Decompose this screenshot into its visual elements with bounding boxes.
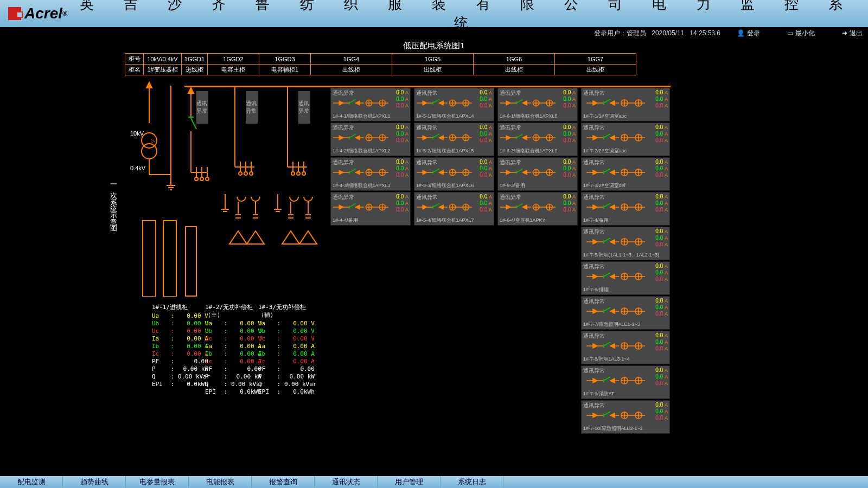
nav-user[interactable]: 用户管理: [378, 476, 441, 488]
nav-alarm[interactable]: 报警查询: [252, 476, 315, 488]
feeder-panel[interactable]: 通讯异常 0.0 A 0.0 A 0.0 A 1#-5-3/细络联合机1APXL…: [414, 157, 494, 191]
feeder-panel[interactable]: 通讯异常 0.0 A 0.0 A 0.0 A 1#-7-8/照明1AL3-1~4: [581, 331, 670, 364]
feeder-desc: 1#-7-4/备用: [583, 217, 609, 224]
current-user: 登录用户：管理员 2020/05/11 14:25:53.6: [594, 29, 720, 38]
svg-marker-126: [423, 101, 427, 105]
svg-marker-191: [522, 101, 527, 105]
feeder-values: 0.0 A 0.0 A 0.0 A: [655, 367, 668, 387]
feeder-status: 通讯异常: [333, 194, 354, 201]
feeder-panel[interactable]: 通讯异常 0.0 A 0.0 A 0.0 A 1#-4-1/细络联合机1APXL…: [330, 88, 411, 121]
svg-point-31: [239, 172, 242, 175]
feeder-symbol: [583, 376, 648, 382]
feeder-symbol: [416, 133, 472, 139]
feeder-desc: 1#-7-6/排烟: [583, 286, 609, 293]
feeder-desc: 1#-5-1/细络联合机1APXL4: [416, 113, 474, 120]
feeder-panel[interactable]: 通讯异常 0.0 A 0.0 A 0.0 A 1#-5-4/细络联合机1APXL…: [414, 192, 494, 226]
svg-marker-60: [299, 231, 317, 244]
feeder-panel[interactable]: 通讯异常 0.0 A 0.0 A 0.0 A 1#-4-2/细络联合机1APXL…: [330, 123, 411, 156]
feeder-values: 0.0 A 0.0 A 0.0 A: [480, 194, 492, 213]
feeder-status: 通讯异常: [583, 367, 605, 375]
feeder-values: 0.0 A 0.0 A 0.0 A: [655, 263, 668, 282]
feeder-status: 通讯异常: [500, 89, 521, 97]
svg-line-143: [433, 134, 439, 138]
feeder-panel[interactable]: 通讯异常 0.0 A 0.0 A 0.0 A 1#-7-4/备用: [581, 192, 670, 226]
nav-syslog[interactable]: 系统日志: [441, 476, 503, 488]
svg-line-16: [191, 118, 196, 129]
svg-point-24: [200, 177, 203, 181]
nav-comm[interactable]: 通讯状态: [315, 476, 378, 488]
feeder-panel[interactable]: 通讯异常 0.0 A 0.0 A 0.0 A 1#-7-3/2#空调室def: [581, 157, 670, 191]
feeder-panel[interactable]: 通讯异常 0.0 A 0.0 A 0.0 A 1#-5-2/细络联合机1APXL…: [414, 123, 494, 156]
transformer-schematic: ▷: [133, 80, 187, 297]
svg-marker-381: [593, 413, 597, 418]
feeder-panel[interactable]: 通讯异常 0.0 A 0.0 A 0.0 A 1#-7-6/排烟: [581, 261, 670, 295]
feeder-status: 通讯异常: [583, 89, 605, 97]
feeder-panel[interactable]: 通讯异常 0.0 A 0.0 A 0.0 A 1#-4-3/细络联合机1APXL…: [330, 157, 411, 191]
feeder-panel[interactable]: 通讯异常 0.0 A 0.0 A 0.0 A 1#-6-2/细络联合机1APXL…: [497, 123, 578, 156]
svg-point-25: [206, 177, 209, 181]
feeder-panel[interactable]: 通讯异常 0.0 A 0.0 A 0.0 A 1#-7-1/1#空调室abc: [581, 88, 670, 121]
feeder-desc: 1#-5-4/细络联合机1APXL7: [416, 217, 474, 224]
feeder-panel[interactable]: 通讯异常 0.0 A 0.0 A 0.0 A 1#-6-1/细络联合机1APXL…: [497, 88, 578, 121]
svg-marker-321: [593, 274, 597, 279]
feeder-panel[interactable]: 通讯异常 0.0 A 0.0 A 0.0 A 1#-4-4/备用: [330, 192, 411, 226]
feeder-symbol: [332, 133, 388, 139]
feeder-status: 通讯异常: [333, 89, 354, 97]
svg-line-353: [604, 342, 610, 346]
feeder-status: 通讯异常: [333, 124, 354, 132]
feeder-panel[interactable]: 通讯异常 0.0 A 0.0 A 0.0 A 1#-6-4/空压机1APKY: [497, 192, 578, 226]
side-label: 一次系统示意图: [108, 180, 118, 226]
svg-marker-251: [610, 101, 615, 105]
svg-line-308: [604, 238, 610, 242]
feeder-panel[interactable]: 通讯异常 0.0 A 0.0 A 0.0 A 1#-7-10/应急照明ALE2-…: [581, 400, 670, 434]
svg-line-188: [516, 99, 522, 103]
meter-row: Ub : 0.00 V: [258, 328, 311, 335]
meter-row: Ic : 0.00 A: [152, 350, 205, 358]
feeder-panel[interactable]: 通讯异常 0.0 A 0.0 A 0.0 A 1#-7-2/2#空调室abc: [581, 123, 670, 156]
svg-marker-101: [355, 170, 360, 175]
svg-marker-111: [339, 205, 343, 209]
minimize-icon: ▭: [787, 29, 793, 37]
exit-button[interactable]: ➜退出: [842, 29, 863, 38]
svg-line-128: [433, 99, 439, 103]
svg-marker-386: [610, 413, 615, 418]
meter-row: Q : 0.00 kVar: [258, 381, 311, 388]
nav-energy-report[interactable]: 电能报表: [189, 476, 252, 488]
feeder-values: 0.0 A 0.0 A 0.0 A: [480, 89, 492, 109]
feeder-col-4: 通讯异常 0.0 A 0.0 A 0.0 A 1#-4-1/细络联合机1APXL…: [330, 88, 411, 227]
feeder-panel[interactable]: 通讯异常 0.0 A 0.0 A 0.0 A 1#-7-9/消防AT: [581, 365, 670, 399]
svg-marker-231: [506, 205, 510, 209]
login-button[interactable]: 👤登录: [737, 29, 760, 38]
svg-marker-59: [282, 231, 299, 244]
minimize-button[interactable]: ▭最小化: [787, 29, 815, 38]
feeder-symbol: [332, 168, 388, 174]
nav-param-report[interactable]: 电参量报表: [126, 476, 189, 488]
feeder-col-6: 通讯异常 0.0 A 0.0 A 0.0 A 1#-6-1/细络联合机1APXL…: [497, 88, 578, 227]
meter-row: P : 0.00 kW: [205, 373, 258, 381]
svg-marker-246: [593, 101, 597, 105]
nav-trend[interactable]: 趋势曲线: [63, 476, 126, 488]
svg-line-173: [433, 203, 439, 207]
feeder-status: 通讯异常: [500, 159, 521, 166]
meter-row: PF : 0.00: [152, 358, 205, 365]
feeder-panel[interactable]: 通讯异常 0.0 A 0.0 A 0.0 A 1#-5-1/细络联合机1APXL…: [414, 88, 494, 121]
feeder-status: 通讯异常: [416, 124, 438, 132]
meter-row: EPI : 0.0kWh: [205, 388, 258, 396]
svg-line-338: [604, 307, 610, 311]
meter-header: 1#-3/无功补偿柜（辅）: [258, 304, 311, 319]
feeder-status: 通讯异常: [583, 194, 605, 201]
svg-marker-131: [439, 101, 443, 105]
feeder-symbol: [499, 168, 556, 174]
feeder-desc: 1#-4-1/细络联合机1APXL1: [333, 113, 391, 120]
status-bar: 登录用户：管理员 2020/05/11 14:25:53.6 👤登录 ▭最小化 …: [0, 27, 868, 39]
svg-line-158: [433, 169, 439, 172]
feeder-desc: 1#-7-9/消防AT: [583, 390, 614, 397]
feeder-symbol: [416, 202, 472, 209]
nav-distribution[interactable]: 配电监测: [0, 476, 63, 488]
feeder-panel[interactable]: 通讯异常 0.0 A 0.0 A 0.0 A 1#-7-7/应急照明ALE1-1…: [581, 296, 670, 330]
feeder-panel[interactable]: 通讯异常 0.0 A 0.0 A 0.0 A 1#-7-5/照明(1AL1-1~…: [581, 227, 670, 260]
feeder-panel[interactable]: 通讯异常 0.0 A 0.0 A 0.0 A 1#-6-3/备用: [497, 157, 578, 191]
svg-marker-41: [247, 231, 264, 244]
feeder-values: 0.0 A 0.0 A 0.0 A: [563, 89, 576, 109]
feeder-symbol: [332, 202, 388, 209]
